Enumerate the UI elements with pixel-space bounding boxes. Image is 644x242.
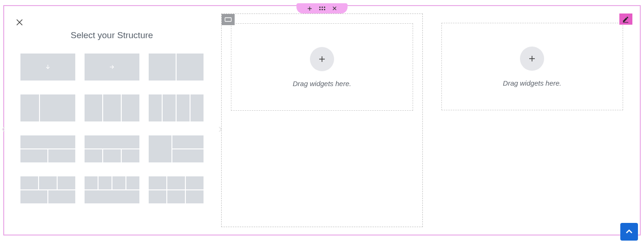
remove-section-icon[interactable] (332, 6, 337, 11)
preset-left-rightstack[interactable] (149, 135, 204, 162)
preset-3over3[interactable] (149, 176, 204, 203)
preset-full-down[interactable] (20, 54, 75, 81)
add-widget-button[interactable] (310, 47, 334, 71)
widget-dropzone[interactable]: Drag widgets here. (441, 23, 623, 110)
section-handle (296, 3, 348, 13)
structure-title: Select your Structure (12, 30, 212, 40)
preset-4col[interactable] (149, 94, 204, 121)
scroll-to-top-button[interactable] (620, 223, 638, 241)
drag-handle-icon[interactable] (319, 7, 325, 10)
add-widget-button[interactable] (520, 47, 544, 71)
preset-1-2[interactable] (20, 94, 75, 121)
column-handle-icon[interactable] (222, 14, 235, 25)
preset-1over3[interactable] (85, 135, 139, 162)
preset-4over1[interactable] (85, 176, 139, 203)
inner-section[interactable]: Drag widgets here. (221, 13, 422, 227)
widget-dropzone[interactable]: Drag widgets here. (231, 23, 413, 111)
column[interactable]: Drag widgets here. (432, 13, 632, 227)
preset-2col[interactable] (149, 54, 204, 81)
dropzone-placeholder: Drag widgets here. (503, 79, 561, 87)
section: Select your Structure ‹ › (3, 5, 641, 235)
structure-panel: Select your Structure ‹ › (12, 13, 212, 227)
preset-3over2[interactable] (20, 176, 75, 203)
prev-presets-icon[interactable]: ‹ (1, 121, 6, 136)
add-section-icon[interactable] (307, 6, 313, 12)
svg-rect-8 (225, 18, 231, 21)
preset-3col[interactable] (85, 94, 139, 121)
preset-1over2[interactable] (20, 135, 75, 162)
edit-column-icon[interactable] (619, 13, 632, 25)
structure-presets (12, 54, 212, 203)
preset-full-right[interactable] (85, 54, 139, 81)
close-structure-icon[interactable] (15, 18, 24, 28)
dropzone-placeholder: Drag widgets here. (293, 80, 351, 87)
